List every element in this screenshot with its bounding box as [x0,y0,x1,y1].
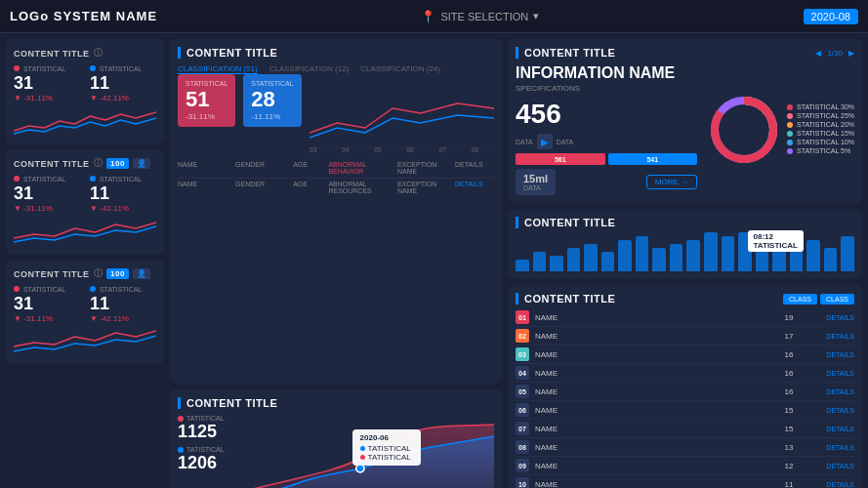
row-val: 15 [774,406,804,415]
bar-10 [670,244,683,271]
svg-text:07: 07 [438,146,446,152]
chart-tooltip: 2020-06 TATISTICAL TATISTICAL [352,429,421,466]
dot-red-3 [14,286,20,292]
table-row: 09 NAME 12 DETAILS [516,457,854,475]
dot-blue-3 [90,286,96,292]
dot-blue-2 [90,176,96,182]
row-name: NAME [535,425,772,433]
row-detail[interactable]: DETAILS [806,426,854,432]
tp-dot-red [360,455,365,460]
row-name: NAME [535,387,772,396]
site-selection-label: SITE SELECTION [440,11,528,22]
row-detail[interactable]: DETAILS [806,444,854,451]
table-row: 10 NAME 11 DETAILS [516,475,854,488]
info-icon-2: ⓘ [94,157,103,170]
svg-text:05: 05 [374,146,382,152]
stat-box-label: STATISTICAL [186,80,227,87]
card3-badge: 100 [106,268,129,279]
row-detail[interactable]: DETAILS [806,333,854,340]
class-label-3[interactable]: CLASSIFICATION (24) [360,64,440,74]
right-arrow[interactable]: ▶ [848,49,854,58]
stat-value-5: 31 [14,295,80,312]
row-val: 19 [774,313,804,322]
row-num-badge: 06 [516,403,529,417]
svg-text:03: 03 [310,146,317,152]
stat-box-change: -31.11% [186,112,227,121]
row-detail[interactable]: DETAILS [806,463,854,469]
mini-chart-3 [14,327,156,356]
bar-11 [686,240,700,271]
progress-bars: 561 541 [516,153,697,165]
bar-chart-card: CONTENT TITLE 08:12 TATISTICAL [508,209,862,279]
info-card: CONTENT TITLE ◀ 1/30 ▶ INFORMATION NAME … [508,39,862,203]
card2-badge: 100 [106,158,129,169]
bar-6 [601,252,615,271]
stat-value-4: 11 [90,184,156,202]
row-detail[interactable]: DETAILS [806,370,854,377]
svg-text:08: 08 [471,146,478,152]
stat-box-value-2: 28 [251,87,293,112]
donut-chart [705,91,783,169]
row-num-badge: 03 [516,347,529,361]
row-detail[interactable]: DETAILS [806,481,854,488]
table-row: 06 NAME 15 DETAILS [516,401,854,420]
class-btn-1[interactable]: CLASS [783,294,817,305]
data-arrow-btn[interactable]: ▶ [537,134,553,149]
row-name: NAME [535,480,772,489]
stat-value: 31 [14,74,80,92]
row-num-badge: 10 [516,477,529,488]
bar-20 [841,236,854,271]
row-num-badge: 02 [516,329,529,343]
legend-list: STATISTICAL 30% STATISTICAL 25% STATISTI… [787,103,854,156]
top-bar: LOGo SYSTEM NAME 📍 SITE SELECTION ▾ 2020… [0,0,868,33]
bar-19 [824,248,838,271]
dot-stat2 [178,447,184,453]
row-detail[interactable]: DETAILS [806,314,854,321]
bar-chart-title: CONTENT TITLE [516,217,615,228]
more-button[interactable]: MORE → [646,175,697,189]
class-label-1[interactable]: CLASSIFICATION (51) [178,64,258,74]
dot-stat1 [178,416,184,422]
dot-red-2 [14,176,20,182]
bottom-stat1-value: 1125 [178,422,225,442]
date-badge: 2020-08 [804,9,858,24]
row-val: 16 [774,387,804,396]
site-selection[interactable]: 📍 SITE SELECTION ▾ [421,10,539,23]
row-val: 16 [774,369,804,378]
legend-item-6: STATISTICAL 5% [787,147,854,154]
row-detail[interactable]: DETAILS [806,351,854,358]
mid-bottom-card: CONTENT TITLE TATISTICAL 1125 TATISTICAL [170,389,502,488]
chart-header: CONTENT TITLE [178,47,494,59]
row-num-badge: 08 [516,440,529,454]
stat-box-change-2: -11.11% [251,112,293,121]
row-name: NAME [535,443,772,452]
info-left: INFORMATION NAME SPECIFICATIONS 456 DATA… [516,64,697,195]
row-detail[interactable]: DETAILS [806,407,854,414]
tp-dot-blue [360,446,365,451]
mid-top-card: CONTENT TITLE CLASSIFICATION (51) CLASSI… [170,39,502,384]
left-arrow[interactable]: ◀ [815,49,821,58]
legend-dot-4 [787,131,793,137]
table-header: NAME GENDER AGE ABNORMAL BEHAVIOR EXCEPT… [178,158,494,179]
legend-item-5: STATISTICAL 10% [787,139,854,145]
class-btn-2[interactable]: CLASS [820,294,854,305]
legend-item-3: STATISTICAL 20% [787,121,854,128]
table-card-title: CONTENT TITLE [516,293,615,305]
stat-item-2: STATISTICAL 11 -42.11% [90,65,156,102]
main-grid: CONTENT TITLE ⓘ STATISTICAL 31 -31.11% S… [0,33,868,488]
stat-item-1: STATISTICAL 31 -31.11% [14,65,80,102]
svg-text:06: 06 [406,146,414,152]
table-row: 04 NAME 16 DETAILS [516,364,854,383]
info-card-header: CONTENT TITLE ◀ 1/30 ▶ [516,47,854,59]
stat-item-3: STATISTICAL 31 -31.11% [14,176,80,213]
stat-box-label-2: STATISTICAL [251,80,293,87]
row-detail[interactable]: DETAILS [806,388,854,395]
bottom-chart-title: CONTENT TITLE [178,397,494,409]
info-icon: ⓘ [94,47,103,60]
big-number: 456 [516,99,697,130]
left-column: CONTENT TITLE ⓘ STATISTICAL 31 -31.11% S… [6,39,164,488]
svg-text:04: 04 [342,146,350,152]
table-row: 07 NAME 15 DETAILS [516,420,854,438]
class-label-2[interactable]: CLASSIFICATION (12) [269,64,350,74]
bottom-table-card: CONTENT TITLE CLASS CLASS 01 NAME 19 DET… [508,285,862,488]
